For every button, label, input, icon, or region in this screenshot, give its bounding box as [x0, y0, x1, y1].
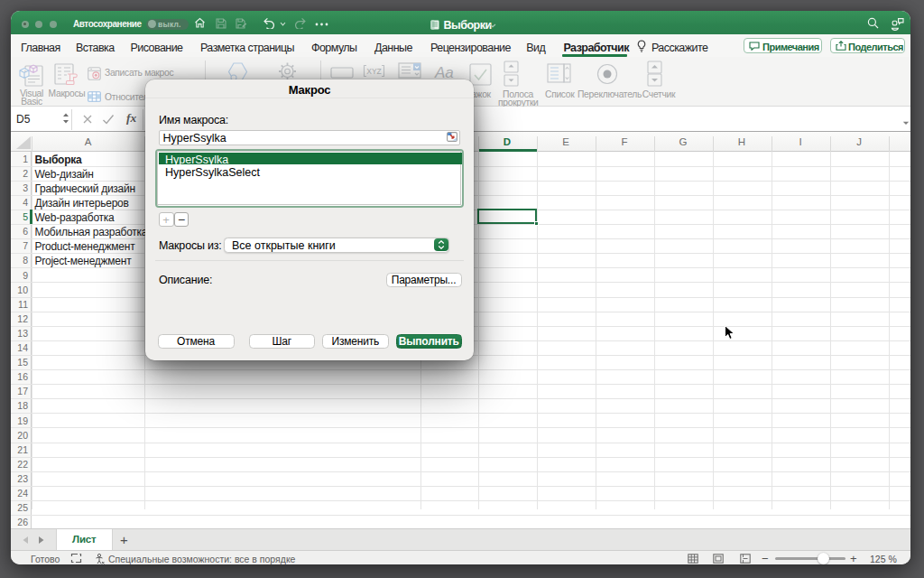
svg-text:XYZ: XYZ: [366, 67, 382, 76]
